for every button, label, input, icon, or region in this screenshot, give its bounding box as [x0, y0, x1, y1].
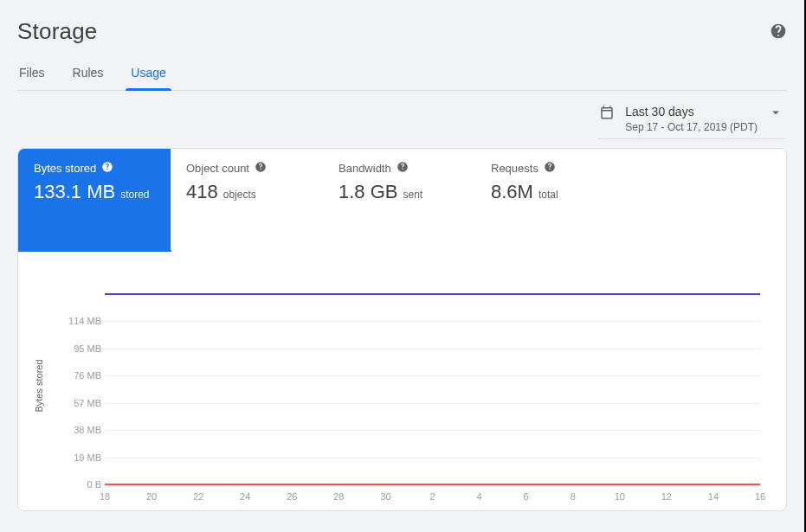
x-tick-label: 6	[524, 491, 529, 502]
y-tick-label: 57 MB	[63, 398, 101, 408]
info-icon[interactable]	[101, 161, 113, 176]
x-tick-label: 4	[477, 491, 482, 502]
chart-plot: 0 B19 MB38 MB57 MB76 MB95 MB114 MB182022…	[105, 294, 760, 484]
gridline	[105, 403, 760, 404]
metric-unit: objects	[223, 189, 256, 201]
page-title: Storage	[17, 18, 97, 45]
x-tick-label: 24	[240, 491, 250, 502]
metric-unit: stored	[120, 189, 149, 201]
metric-unit: sent	[403, 189, 422, 201]
metric-bytes-stored[interactable]: Bytes stored 133.1 MB stored	[18, 149, 171, 251]
x-tick-label: 30	[380, 491, 390, 502]
help-icon[interactable]	[770, 22, 787, 40]
metric-title: Requests	[491, 162, 538, 175]
metric-bandwidth[interactable]: Bandwidth 1.8 GB sent	[323, 149, 475, 251]
x-tick-label: 22	[193, 491, 203, 502]
x-tick-label: 10	[615, 491, 625, 502]
date-range-picker[interactable]: Last 30 days Sep 17 - Oct 17, 2019 (PDT)	[597, 103, 785, 139]
calendar-icon	[599, 105, 615, 124]
usage-card: Bytes stored 133.1 MB stored Object coun…	[17, 148, 787, 511]
gridline	[105, 349, 760, 349]
gridline	[105, 375, 760, 376]
chart-series-line	[105, 293, 760, 295]
date-range-sub: Sep 17 - Oct 17, 2019 (PDT)	[625, 121, 758, 133]
info-icon[interactable]	[255, 161, 267, 176]
metric-value: 1.8 GB	[339, 181, 397, 203]
metrics-row: Bytes stored 133.1 MB stored Object coun…	[18, 149, 786, 251]
x-tick-label: 2	[429, 491, 435, 502]
x-tick-label: 20	[146, 491, 157, 502]
gridline	[105, 321, 760, 322]
y-tick-label: 19 MB	[63, 452, 101, 463]
tabs: Files Rules Usage	[17, 66, 787, 91]
gridline	[105, 458, 760, 458]
metric-title: Object count	[186, 162, 249, 175]
metric-value: 8.6M	[491, 181, 533, 203]
y-tick-label: 76 MB	[63, 370, 101, 381]
info-icon[interactable]	[544, 161, 556, 176]
x-tick-label: 8	[571, 491, 576, 502]
gridline	[105, 430, 760, 431]
metric-object-count[interactable]: Object count 418 objects	[171, 149, 323, 251]
y-tick-label: 38 MB	[63, 425, 101, 435]
metric-unit: total	[538, 189, 558, 201]
x-tick-label: 28	[333, 491, 344, 502]
tab-files[interactable]: Files	[17, 66, 47, 90]
metric-value: 133.1 MB	[34, 181, 115, 203]
chart-area: Bytes stored 0 B19 MB38 MB57 MB76 MB95 M…	[18, 251, 786, 510]
x-tick-label: 16	[755, 491, 765, 502]
x-tick-label: 26	[287, 491, 297, 502]
metric-title: Bytes stored	[34, 162, 96, 175]
chevron-down-icon	[768, 105, 783, 124]
metric-title: Bandwidth	[339, 162, 391, 175]
date-range-label: Last 30 days	[625, 105, 758, 119]
x-tick-label: 14	[708, 491, 719, 502]
info-icon[interactable]	[397, 161, 409, 176]
y-axis-title: Bytes stored	[34, 359, 44, 412]
x-tick-label: 12	[661, 491, 672, 502]
chart-series-line	[105, 484, 760, 485]
tab-usage[interactable]: Usage	[129, 66, 167, 90]
x-tick-label: 18	[100, 491, 110, 502]
tab-rules[interactable]: Rules	[71, 66, 106, 90]
y-tick-label: 0 B	[63, 479, 101, 490]
metric-value: 418	[186, 181, 218, 203]
metric-requests[interactable]: Requests 8.6M total	[475, 149, 628, 251]
y-tick-label: 114 MB	[63, 316, 101, 326]
y-tick-label: 95 MB	[63, 343, 101, 354]
